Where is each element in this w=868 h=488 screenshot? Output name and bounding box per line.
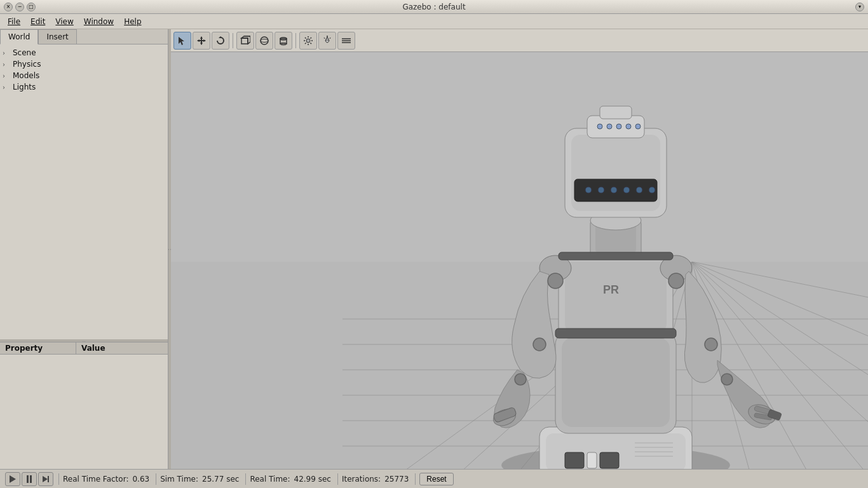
statusbar: Real Time Factor: 0.63 Sim Time: 25.77 s… — [0, 469, 868, 488]
rotate-icon — [215, 36, 226, 46]
properties-panel: Property Value — [0, 342, 168, 469]
svg-point-87 — [616, 124, 621, 129]
svg-line-24 — [305, 43, 306, 44]
box-tool-button[interactable] — [236, 32, 254, 50]
svg-point-101 — [705, 338, 717, 351]
svg-point-13 — [261, 39, 268, 42]
tree-item-physics[interactable]: › Physics — [0, 58, 168, 70]
cylinder-tool-button[interactable] — [275, 32, 292, 50]
maximize-button[interactable]: □ — [27, 3, 36, 11]
svg-point-99 — [668, 273, 684, 288]
dirlight-tool-button[interactable] — [337, 32, 355, 50]
svg-marker-26 — [325, 37, 329, 41]
spotlight-tool-button[interactable] — [318, 32, 336, 50]
cursor-icon — [177, 36, 187, 46]
pointlight-tool-button[interactable] — [299, 32, 317, 50]
tree-item-models[interactable]: › Models — [0, 70, 168, 81]
svg-rect-68 — [562, 338, 670, 427]
iterations-label: Iterations: — [342, 475, 381, 484]
real-time-factor-label: Real Time Factor: — [63, 475, 128, 484]
svg-point-100 — [533, 338, 546, 351]
menu-view[interactable]: View — [50, 16, 78, 27]
svg-line-23 — [311, 37, 312, 39]
step-button[interactable] — [38, 472, 53, 486]
menu-button[interactable]: ▾ — [855, 3, 864, 11]
sphere-tool-button[interactable] — [255, 32, 273, 50]
real-time-label: Real Time: — [250, 475, 290, 484]
status-sep-3 — [245, 473, 246, 485]
svg-point-94 — [623, 187, 630, 193]
svg-point-96 — [649, 187, 655, 193]
sim-time-label: Sim Time: — [160, 475, 198, 484]
status-sep-5 — [415, 473, 416, 485]
svg-rect-105 — [555, 329, 676, 338]
box-icon — [240, 36, 250, 46]
titlebar-controls: × − □ — [4, 3, 36, 11]
rotate-tool-button[interactable] — [212, 32, 229, 50]
svg-marker-0 — [179, 37, 184, 45]
tab-world[interactable]: World — [0, 29, 38, 44]
close-button[interactable]: × — [4, 3, 13, 11]
svg-marker-4 — [200, 43, 203, 45]
viewport: PR — [171, 29, 868, 469]
svg-rect-62 — [600, 452, 619, 468]
tree-label-models: Models — [13, 71, 39, 80]
content-area: World Insert › Scene › Physics › Models — [0, 29, 868, 469]
tree-view: › Scene › Physics › Models › Lights — [0, 44, 168, 339]
translate-icon — [196, 36, 207, 46]
svg-point-88 — [626, 124, 631, 129]
3d-viewport[interactable]: PR — [171, 52, 868, 469]
titlebar: × − □ Gazebo : default ▾ — [0, 0, 868, 14]
toolbar-sep-2 — [295, 33, 296, 48]
props-header: Property Value — [0, 342, 168, 355]
step-icon — [43, 476, 49, 482]
svg-text:PR: PR — [603, 283, 619, 296]
svg-line-22 — [305, 37, 306, 39]
tab-insert[interactable]: Insert — [38, 29, 76, 44]
robot-model: PR — [438, 90, 794, 469]
tree-item-scene[interactable]: › Scene — [0, 47, 168, 58]
pause-button[interactable] — [22, 472, 37, 486]
svg-rect-61 — [587, 452, 597, 468]
status-sep-4 — [337, 473, 338, 485]
sim-time-value: 25.77 sec — [202, 475, 239, 484]
menu-file[interactable]: File — [3, 16, 25, 27]
svg-point-92 — [598, 187, 604, 193]
svg-point-12 — [261, 37, 268, 44]
svg-marker-6 — [203, 39, 206, 42]
svg-point-89 — [635, 124, 641, 129]
svg-line-29 — [330, 37, 330, 39]
translate-tool-button[interactable] — [193, 32, 210, 50]
iterations-value: 25773 — [384, 475, 409, 484]
real-time-factor-value: 0.63 — [132, 475, 149, 484]
spotlight-icon — [322, 36, 332, 46]
svg-marker-5 — [197, 39, 200, 42]
props-col-property: Property — [0, 342, 76, 354]
svg-point-17 — [306, 39, 310, 43]
toolbar-sep-1 — [233, 33, 233, 48]
tree-item-lights[interactable]: › Lights — [0, 81, 168, 93]
menu-edit[interactable]: Edit — [25, 16, 50, 27]
svg-point-95 — [636, 187, 642, 193]
props-col-value: Value — [76, 342, 111, 354]
real-time-value: 42.99 sec — [294, 475, 331, 484]
sphere-icon — [259, 36, 269, 46]
menu-help[interactable]: Help — [119, 16, 146, 27]
tree-arrow-scene: › — [3, 50, 13, 57]
tree-arrow-physics: › — [3, 61, 13, 68]
svg-rect-8 — [241, 38, 248, 44]
svg-line-25 — [311, 43, 312, 44]
tree-arrow-lights: › — [3, 84, 13, 91]
svg-point-85 — [597, 124, 602, 129]
select-tool-button[interactable] — [173, 32, 191, 50]
dirlight-icon — [341, 36, 351, 46]
svg-point-98 — [548, 273, 563, 288]
play-button[interactable] — [5, 472, 20, 486]
menu-window[interactable]: Window — [79, 16, 119, 27]
svg-point-91 — [585, 187, 592, 193]
reset-button[interactable]: Reset — [419, 473, 453, 485]
props-body — [0, 355, 168, 469]
svg-line-28 — [324, 37, 325, 39]
minimize-button[interactable]: − — [15, 3, 24, 11]
tree-label-physics: Physics — [13, 60, 41, 69]
